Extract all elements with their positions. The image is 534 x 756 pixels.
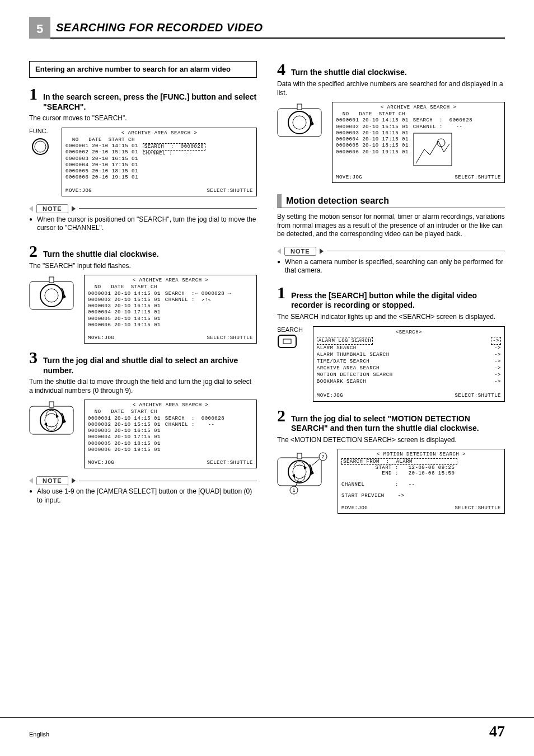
step-number: 1 [29, 86, 38, 102]
svg-point-4 [45, 289, 58, 302]
func-button-icon [29, 135, 51, 158]
svg-text:1: 1 [292, 487, 295, 493]
svg-point-1 [35, 141, 46, 152]
motion-step-1: 1 Press the [SEARCH] button while the di… [277, 284, 505, 402]
jog-shuttle-labeled-icon: 2 1 [277, 449, 327, 497]
note-3: When a camera number is specified, searc… [277, 258, 505, 275]
shuttle-dial-icon [29, 275, 74, 317]
archive-screen-3: < ARCHIVE AREA SEARCH > NO DATE START CH… [84, 400, 257, 468]
svg-point-3 [40, 284, 63, 307]
chapter-header: 5 SEARCHING FOR RECORDED VIDEO [29, 17, 505, 39]
note-header: NOTE [277, 247, 505, 256]
chapter-number: 5 [29, 17, 50, 39]
archive-screen-1: < ARCHIVE AREA SEARCH > NO DATE START CH… [62, 128, 257, 196]
func-button-figure: FUNC. [29, 128, 51, 160]
svg-text:2: 2 [321, 454, 324, 459]
intro-box: Entering an archive number to search for… [29, 61, 257, 78]
preview-thumb-icon [413, 133, 452, 166]
svg-rect-22 [283, 339, 291, 344]
svg-rect-21 [278, 335, 296, 348]
footer-page-number: 47 [489, 722, 505, 740]
step-title: In the search screen, press the [FUNC.] … [43, 92, 257, 112]
svg-point-20 [437, 139, 445, 147]
note-header: NOTE [29, 476, 257, 485]
section-motion-intro: By setting the motion sensor for normal,… [277, 213, 505, 239]
search-menu-screen: <SEARCH> ALARM LOG SEARCH-> ALARM SEARCH… [313, 326, 505, 402]
note-1: When the cursor is positioned on "SEARCH… [29, 215, 257, 233]
shuttle-dial-icon [277, 102, 322, 144]
svg-point-16 [293, 116, 306, 129]
search-button-icon [277, 334, 297, 351]
archive-screen-4: < ARCHIVE AREA SEARCH > NO DATE START CH… [332, 102, 505, 183]
svg-rect-5 [49, 277, 54, 283]
svg-rect-14 [278, 109, 321, 137]
note-header: NOTE [29, 204, 257, 213]
svg-rect-10 [49, 402, 54, 407]
step-2: 2 Turn the shuttle dial clockwise. The "… [29, 243, 257, 344]
right-column: 4 Turn the shuttle dial clockwise. Data … [277, 61, 505, 519]
page-footer: English 47 [0, 717, 534, 740]
step-body: The cursor moves to "SEARCH". [29, 114, 257, 123]
svg-point-8 [40, 409, 63, 431]
note-2: Also use 1-9 on the [CAMERA SELECT] butt… [29, 487, 257, 505]
jog-shuttle-dial-icon [29, 400, 74, 442]
svg-rect-26 [297, 453, 302, 459]
step-4: 4 Turn the shuttle dial clockwise. Data … [277, 61, 505, 183]
svg-rect-2 [30, 281, 73, 309]
search-button-figure: SEARCH [277, 326, 303, 353]
func-label: FUNC. [29, 128, 51, 134]
svg-line-32 [312, 459, 320, 466]
step-1: 1 In the search screen, press the [FUNC.… [29, 86, 257, 196]
left-column: Entering an archive number to search for… [29, 61, 257, 519]
svg-point-15 [288, 111, 311, 134]
motion-detection-screen: < MOTION DETECTION SEARCH > SEARCH FROM … [338, 449, 505, 514]
svg-rect-17 [297, 104, 302, 110]
step-3: 3 Turn the jog dial and shuttle dial to … [29, 349, 257, 468]
motion-step-2: 2 Turn the jog dial to select "MOTION DE… [277, 407, 505, 514]
footer-language: English [29, 731, 49, 738]
svg-point-24 [288, 461, 311, 483]
archive-screen-2: < ARCHIVE AREA SEARCH > NO DATE START CH… [84, 275, 257, 344]
chapter-title: SEARCHING FOR RECORDED VIDEO [50, 17, 505, 39]
section-motion-title: Motion detection search [277, 194, 505, 208]
